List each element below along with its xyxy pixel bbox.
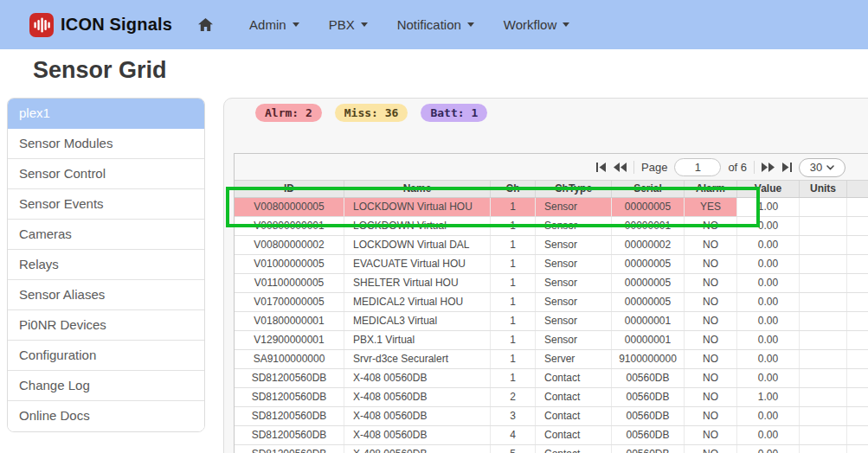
- cell-id: SD81200560DB: [235, 426, 344, 444]
- cell-serial: 00000002: [612, 236, 685, 254]
- cell-value: 0.00: [737, 217, 800, 235]
- cell-ch: 1: [491, 217, 536, 235]
- cell-ch: 4: [491, 426, 536, 444]
- cell-serial: 9100000000: [612, 350, 685, 368]
- sidebar-item-sensor-modules[interactable]: Sensor Modules: [8, 129, 204, 159]
- cell-ch: 1: [491, 312, 536, 330]
- cell-alarm: NO: [685, 312, 737, 330]
- cell-chtype: Sensor: [536, 312, 612, 330]
- sidebar-item-change-log[interactable]: Change Log: [8, 371, 204, 401]
- table-row[interactable]: SD81200560DBX-408 00560DB3Contact00560DB…: [235, 407, 868, 426]
- cell-name: MEDICAL2 Virtual HOU: [344, 293, 491, 311]
- nav-item-workflow[interactable]: Workflow: [504, 17, 569, 32]
- sidebar-item-sensor-events[interactable]: Sensor Events: [8, 189, 204, 220]
- column-header-ch[interactable]: Ch: [491, 181, 536, 197]
- column-header-extra[interactable]: [847, 181, 868, 197]
- table-row[interactable]: V00800000005LOCKDOWN Virtual HOU1Sensor0…: [235, 198, 868, 217]
- last-page-button[interactable]: [781, 163, 792, 172]
- cell-value: 1.00: [737, 388, 800, 406]
- sidebar-item-online-docs[interactable]: Online Docs: [8, 401, 204, 431]
- page-number-input[interactable]: [674, 158, 721, 176]
- cell-ch: 1: [491, 369, 536, 387]
- cell-value: 0.00: [737, 445, 800, 453]
- table-row[interactable]: V01000000005EVACUATE Virtual HOU1Sensor0…: [235, 255, 868, 274]
- nav-item-admin[interactable]: Admin: [249, 17, 299, 32]
- cell-extra: [847, 198, 868, 216]
- table-row[interactable]: SD81200560DBX-408 00560DB2Contact00560DB…: [235, 388, 868, 407]
- cell-extra: [847, 236, 868, 254]
- table-row[interactable]: V12900000001PBX.1 Virtual1Sensor00000001…: [235, 331, 868, 350]
- page-size-value: 30: [810, 161, 822, 174]
- table-row[interactable]: V01700000005MEDICAL2 Virtual HOU1Sensor0…: [235, 293, 868, 312]
- column-header-units[interactable]: Units: [800, 181, 847, 197]
- cell-name: X-408 00560DB: [344, 426, 491, 444]
- table-row[interactable]: SA9100000000Srvr-d3ce Securalert1Server9…: [235, 350, 868, 369]
- cell-units: [800, 350, 847, 368]
- chevron-down-icon: [293, 22, 299, 27]
- chevron-down-icon: [361, 22, 368, 27]
- nav-item-label: Workflow: [504, 17, 556, 32]
- cell-chtype: Sensor: [536, 217, 612, 235]
- cell-extra: [847, 217, 868, 235]
- cell-serial: 00000005: [612, 293, 685, 311]
- first-page-button[interactable]: [596, 163, 607, 172]
- nav-item-notification[interactable]: Notification: [397, 17, 474, 32]
- sidebar-item-sensor-aliases[interactable]: Sensor Aliases: [8, 280, 204, 310]
- cell-id: SD81200560DB: [235, 407, 344, 425]
- cell-chtype: Contact: [536, 407, 612, 425]
- page-label: Page: [641, 161, 667, 174]
- column-header-value[interactable]: Value: [737, 181, 800, 197]
- cell-alarm: NO: [685, 331, 737, 349]
- sidebar-item-plex1[interactable]: plex1: [8, 99, 204, 129]
- cell-id: V01800000001: [235, 312, 344, 330]
- column-header-serial[interactable]: Serial: [612, 181, 685, 197]
- status-badge-batt: Batt: 1: [421, 104, 487, 122]
- sidebar-item-pi0nr-devices[interactable]: Pi0NR Devices: [8, 310, 204, 341]
- cell-name: LOCKDOWN Virtual HOU: [344, 198, 491, 216]
- cell-name: Srvr-d3ce Securalert: [344, 350, 491, 368]
- home-button[interactable]: [198, 18, 213, 31]
- table-row[interactable]: V01800000001MEDICAL3 Virtual1Sensor00000…: [235, 312, 868, 331]
- column-header-name[interactable]: Name: [344, 181, 491, 197]
- table-row[interactable]: SD81200560DBX-408 00560DB5Contact00560DB…: [235, 445, 868, 453]
- status-badge-alrm: Alrm: 2: [255, 104, 322, 122]
- sidebar-item-configuration[interactable]: Configuration: [8, 341, 204, 371]
- page-size-select[interactable]: 30: [799, 158, 845, 177]
- cell-name: X-408 00560DB: [344, 388, 491, 406]
- nav-item-pbx[interactable]: PBX: [329, 17, 368, 32]
- table-row[interactable]: V01100000005SHELTER Virtual HOU1Sensor00…: [235, 274, 868, 293]
- cell-ch: 1: [491, 350, 536, 368]
- cell-name: EVACUATE Virtual HOU: [344, 255, 491, 273]
- cell-extra: [847, 407, 868, 425]
- table-row[interactable]: V00800000002LOCKDOWN Virtual DAL1Sensor0…: [235, 236, 868, 255]
- sidebar-item-sensor-control[interactable]: Sensor Control: [8, 159, 204, 189]
- sidebar-item-relays[interactable]: Relays: [8, 250, 204, 280]
- cell-ch: 1: [491, 274, 536, 292]
- cell-id: V01700000005: [235, 293, 344, 311]
- status-badges: Alrm: 2Miss: 36Batt: 1: [255, 104, 487, 122]
- brand-title: ICON Signals: [61, 15, 172, 35]
- column-header-chtype[interactable]: ChType: [536, 181, 612, 197]
- cell-alarm: NO: [685, 274, 737, 292]
- cell-serial: 00000001: [612, 217, 685, 235]
- cell-serial: 00560DB: [612, 445, 685, 453]
- cell-units: [800, 407, 847, 425]
- cell-chtype: Sensor: [536, 293, 612, 311]
- column-header-alarm[interactable]: Alarm: [685, 181, 737, 197]
- cell-value: 0.00: [737, 331, 800, 349]
- previous-page-button[interactable]: [614, 163, 627, 172]
- next-page-button[interactable]: [762, 163, 775, 172]
- cell-units: [800, 445, 847, 453]
- cell-id: SD81200560DB: [235, 445, 344, 453]
- brand[interactable]: ICON Signals: [29, 13, 172, 37]
- table-row[interactable]: V00800000001LOCKDOWN Virtual1Sensor00000…: [235, 217, 868, 236]
- table-row[interactable]: SD81200560DBX-408 00560DB4Contact00560DB…: [235, 426, 868, 445]
- table-row[interactable]: SD81200560DBX-408 00560DB1Contact00560DB…: [235, 369, 868, 388]
- top-navbar: ICON Signals AdminPBXNotificationWorkflo…: [0, 0, 868, 49]
- cell-ch: 1: [491, 255, 536, 273]
- sidebar-item-cameras[interactable]: Cameras: [8, 220, 204, 250]
- nav-menu: AdminPBXNotificationWorkflow: [249, 17, 569, 32]
- cell-value: 1.00: [737, 198, 800, 216]
- cell-value: 0.00: [737, 312, 800, 330]
- column-header-id[interactable]: ID: [235, 181, 344, 197]
